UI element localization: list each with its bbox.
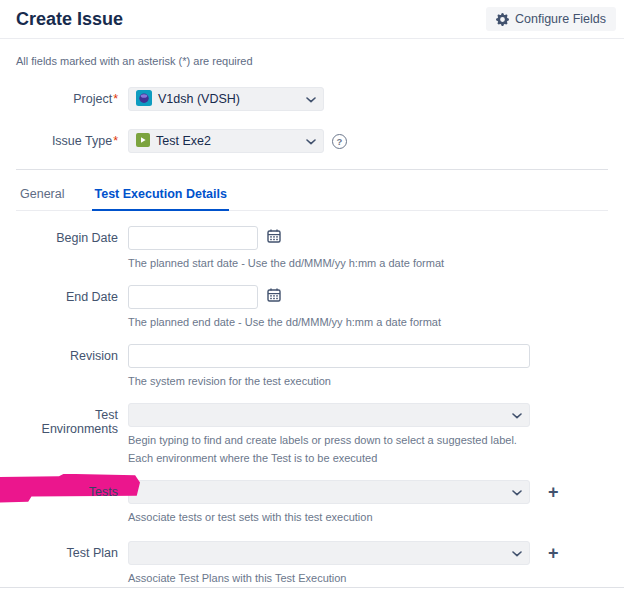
chevron-down-icon xyxy=(512,485,522,499)
form-tabbar: General Test Execution Details xyxy=(16,180,608,211)
project-select[interactable]: V1dsh (VDSH) xyxy=(128,87,324,111)
test-environments-field-row: Test Environments Begin typing to find a… xyxy=(16,403,608,467)
begin-date-label: Begin Date xyxy=(16,226,118,245)
revision-field-row: Revision The system revision for the tes… xyxy=(16,344,608,390)
test-environments-select[interactable] xyxy=(128,403,530,427)
magenta-highlight-annotation xyxy=(0,474,140,503)
tab-general[interactable]: General xyxy=(18,180,66,211)
revision-help: The system revision for the test executi… xyxy=(128,374,608,390)
gear-icon xyxy=(496,13,509,26)
project-value: V1dsh (VDSH) xyxy=(158,92,240,106)
section-divider xyxy=(16,169,608,170)
required-asterisk: * xyxy=(113,134,118,148)
chevron-down-icon xyxy=(306,92,316,106)
add-tests-button[interactable]: + xyxy=(544,481,563,503)
test-plan-label: Test Plan xyxy=(16,541,118,560)
test-plan-field-row: Test Plan + Associate Test Plans with th… xyxy=(16,541,608,587)
dialog-body: All fields marked with an asterisk (*) a… xyxy=(0,39,624,587)
project-label: Project* xyxy=(16,87,118,106)
plus-icon: + xyxy=(548,543,559,563)
issue-type-select[interactable]: Test Exe2 xyxy=(128,129,324,153)
revision-label: Revision xyxy=(16,344,118,363)
project-field-row: Project* V1dsh (VDSH) xyxy=(16,87,608,111)
tests-field-row: Tests + Associate tests or test sets wit… xyxy=(16,480,608,526)
begin-date-help: The planned start date - Use the dd/MMM/… xyxy=(128,256,608,272)
calendar-icon[interactable] xyxy=(266,287,282,307)
test-plan-help: Associate Test Plans with this Test Exec… xyxy=(128,571,608,587)
plus-icon: + xyxy=(548,482,559,502)
dialog-footer: Create another Create Cancel xyxy=(0,587,624,592)
chevron-down-icon xyxy=(306,134,316,148)
required-fields-note: All fields marked with an asterisk (*) a… xyxy=(16,55,608,67)
tab-test-execution-details[interactable]: Test Execution Details xyxy=(92,180,228,211)
dialog-header: Create Issue Configure Fields xyxy=(0,0,624,39)
page-title: Create Issue xyxy=(16,9,123,30)
issue-type-value: Test Exe2 xyxy=(156,134,211,148)
project-avatar-icon xyxy=(136,90,152,109)
issue-type-field-row: Issue Type* Test Exe2 xyxy=(16,129,608,153)
begin-date-input[interactable] xyxy=(128,226,258,250)
revision-input[interactable] xyxy=(128,344,530,368)
end-date-label: End Date xyxy=(16,285,118,304)
calendar-icon[interactable] xyxy=(266,228,282,248)
test-plan-select[interactable] xyxy=(128,541,530,565)
tests-select[interactable] xyxy=(128,480,530,504)
tests-help: Associate tests or test sets with this t… xyxy=(128,510,608,526)
test-environments-label: Test Environments xyxy=(16,403,118,436)
create-issue-dialog: Create Issue Configure Fields All fields… xyxy=(0,0,624,592)
required-asterisk: * xyxy=(113,92,118,106)
question-mark-icon[interactable]: ? xyxy=(332,134,347,149)
tests-label: Tests xyxy=(16,480,118,499)
add-test-plan-button[interactable]: + xyxy=(544,542,563,564)
end-date-input[interactable] xyxy=(128,285,258,309)
configure-fields-label: Configure Fields xyxy=(515,12,606,26)
end-date-field-row: End Date xyxy=(16,285,608,331)
test-environments-help-1: Begin typing to find and create labels o… xyxy=(128,433,608,449)
chevron-down-icon xyxy=(512,546,522,560)
begin-date-field-row: Begin Date xyxy=(16,226,608,272)
chevron-down-icon xyxy=(512,408,522,422)
test-environments-help-2: Each environment where the Test is to be… xyxy=(128,451,608,467)
test-execution-type-icon xyxy=(136,133,150,150)
issue-type-label: Issue Type* xyxy=(16,129,118,148)
configure-fields-button[interactable]: Configure Fields xyxy=(486,7,616,31)
end-date-help: The planned end date - Use the dd/MMM/yy… xyxy=(128,315,608,331)
